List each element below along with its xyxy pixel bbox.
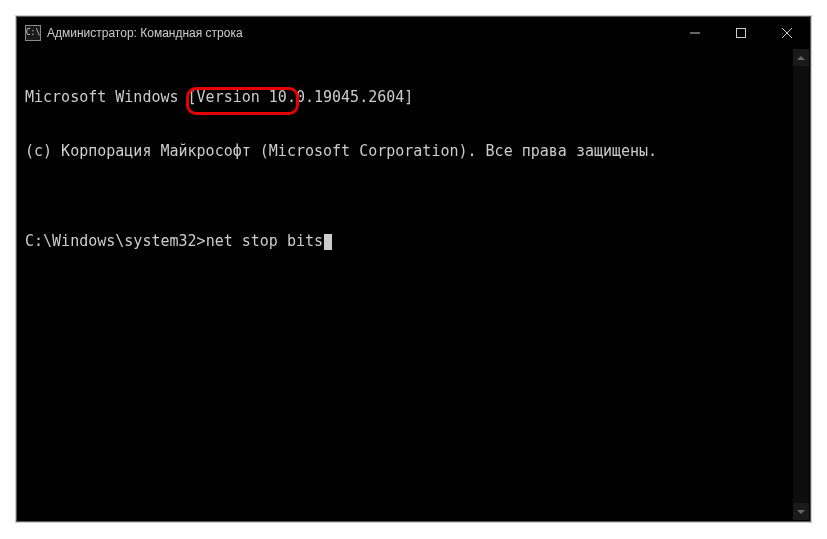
cmd-icon: C:\ — [25, 25, 41, 41]
terminal-output-line: (c) Корпорация Майкрософт (Microsoft Cor… — [25, 142, 802, 160]
minimize-button[interactable] — [672, 17, 718, 48]
svg-rect-1 — [737, 28, 746, 37]
prompt-text: C:\Windows\system32> — [25, 232, 206, 250]
command-text: net stop bits — [206, 232, 323, 250]
chevron-down-icon — [797, 510, 805, 514]
terminal-prompt-line: C:\Windows\system32>net stop bits — [25, 232, 802, 250]
cmd-icon-text: C:\ — [26, 29, 40, 37]
svg-marker-4 — [797, 56, 805, 60]
terminal-output-line: Microsoft Windows [Version 10.0.19045.26… — [25, 88, 802, 106]
vertical-scrollbar[interactable] — [793, 49, 809, 520]
svg-marker-5 — [797, 510, 805, 514]
cmd-window: C:\ Администратор: Командная строка Micr… — [16, 16, 811, 522]
titlebar[interactable]: C:\ Администратор: Командная строка — [17, 17, 810, 48]
terminal-area[interactable]: Microsoft Windows [Version 10.0.19045.26… — [17, 48, 810, 521]
minimize-icon — [690, 28, 700, 38]
window-controls — [672, 17, 810, 48]
chevron-up-icon — [797, 56, 805, 60]
close-button[interactable] — [764, 17, 810, 48]
close-icon — [782, 28, 792, 38]
maximize-icon — [736, 28, 746, 38]
scroll-down-button[interactable] — [793, 503, 809, 520]
scroll-up-button[interactable] — [793, 49, 809, 66]
maximize-button[interactable] — [718, 17, 764, 48]
window-title: Администратор: Командная строка — [47, 26, 672, 40]
text-cursor — [324, 234, 332, 250]
scroll-track[interactable] — [793, 66, 809, 503]
